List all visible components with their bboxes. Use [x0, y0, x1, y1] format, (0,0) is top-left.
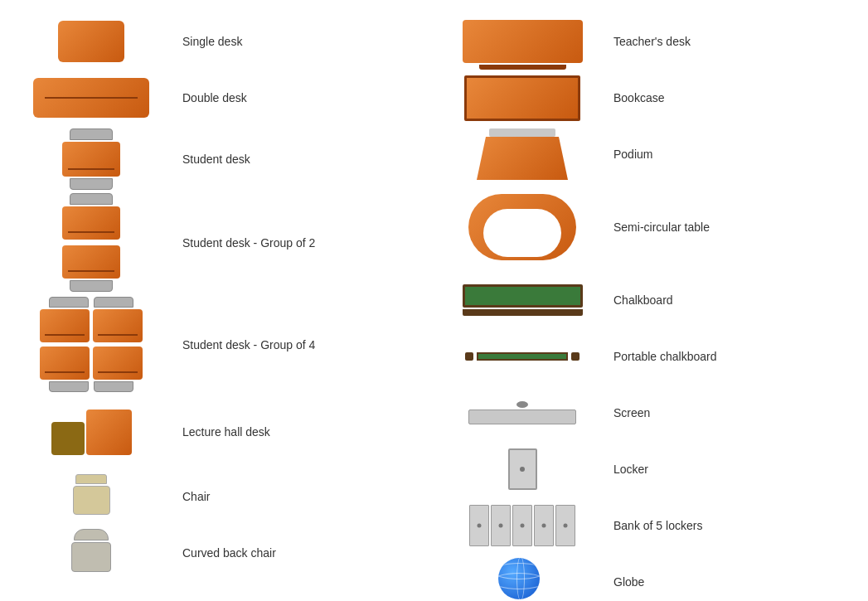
- student-desk-group4-label: Student desk - Group of 4: [182, 338, 315, 351]
- list-item: Lecture hall desk: [17, 399, 415, 465]
- list-item: Screen: [448, 388, 851, 438]
- list-item: Teacher's desk: [448, 17, 851, 66]
- student-desk-icon: [17, 128, 166, 190]
- student-desk-label: Student desk: [182, 153, 250, 166]
- chalkboard-icon: [448, 284, 597, 316]
- chalkboard-label: Chalkboard: [613, 293, 673, 307]
- main-container: Single desk Double desk Student desk: [0, 0, 868, 601]
- list-item: Portable chalkboard: [448, 332, 851, 381]
- list-item: Chair: [17, 472, 415, 521]
- list-item: Single desk: [17, 17, 415, 66]
- bank-lockers-label: Bank of 5 lockers: [613, 519, 702, 532]
- portable-chalkboard-icon: [448, 352, 597, 361]
- locker-icon: [448, 448, 597, 490]
- list-item: Student desk: [17, 129, 415, 188]
- globe-label: Globe: [613, 575, 644, 589]
- curved-back-chair-label: Curved back chair: [182, 546, 276, 560]
- lecture-hall-desk-label: Lecture hall desk: [182, 425, 270, 439]
- right-column: Teacher's desk Bookcase Podium: [431, 0, 868, 601]
- list-item: Podium: [448, 129, 851, 179]
- podium-label: Podium: [613, 148, 652, 161]
- single-desk-icon: [17, 21, 166, 62]
- list-item: Semi-circular table: [448, 186, 851, 269]
- semi-circular-table-label: Semi-circular table: [613, 221, 710, 234]
- list-item: Chalkboard: [448, 275, 851, 325]
- double-desk-label: Double desk: [182, 91, 247, 104]
- list-item: Bank of 5 lockers: [448, 501, 851, 550]
- double-desk-icon: [17, 78, 166, 118]
- student-desk-group4-icon: [17, 297, 166, 392]
- locker-label: Locker: [613, 463, 648, 476]
- teachers-desk-label: Teacher's desk: [613, 35, 691, 48]
- globe-icon: [448, 558, 597, 601]
- chair-label: Chair: [182, 490, 210, 503]
- left-column: Single desk Double desk Student desk: [0, 0, 431, 601]
- bank-lockers-icon: [448, 505, 597, 546]
- teachers-desk-icon: [448, 20, 597, 63]
- list-item: Student desk - Group of 2: [17, 195, 415, 290]
- student-desk-group2-icon: [17, 193, 166, 292]
- list-item: Bookcase: [448, 73, 851, 123]
- list-item: Student desk - Group of 4: [17, 297, 415, 392]
- bookcase-label: Bookcase: [613, 91, 664, 104]
- list-item: Curved back chair: [17, 528, 415, 578]
- lecture-hall-desk-icon: [17, 410, 166, 455]
- chair-icon: [17, 474, 166, 520]
- student-desk-group2-label: Student desk - Group of 2: [182, 236, 315, 250]
- screen-label: Screen: [613, 406, 650, 419]
- semi-circular-table-icon: [448, 194, 597, 260]
- single-desk-label: Single desk: [182, 35, 242, 48]
- screen-icon: [448, 401, 597, 424]
- list-item: Globe: [448, 557, 851, 601]
- podium-icon: [448, 128, 597, 180]
- portable-chalkboard-label: Portable chalkboard: [613, 350, 717, 363]
- bookcase-icon: [448, 75, 597, 121]
- list-item: Locker: [448, 444, 851, 494]
- list-item: Double desk: [17, 73, 415, 123]
- curved-back-chair-icon: [17, 529, 166, 577]
